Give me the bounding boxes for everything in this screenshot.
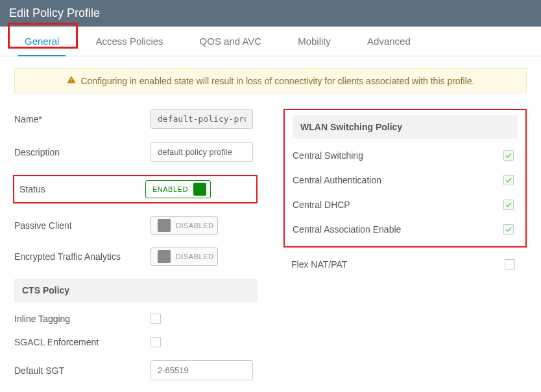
- central-switching-label: Central Switching: [293, 150, 363, 161]
- name-label: Name*: [14, 114, 150, 124]
- tab-bar: General Access Policies QOS and AVC Mobi…: [0, 27, 541, 56]
- tab-qos-avc[interactable]: QOS and AVC: [182, 27, 280, 56]
- tab-advanced[interactable]: Advanced: [349, 27, 429, 56]
- eta-label: Encrypted Traffic Analytics: [14, 251, 150, 262]
- central-assoc-label: Central Association Enable: [293, 224, 401, 235]
- status-toggle[interactable]: ENABLED: [145, 180, 211, 198]
- warning-text: Configuring in enabled state will result…: [80, 76, 474, 86]
- central-auth-label: Central Authentication: [293, 175, 381, 185]
- tab-mobility[interactable]: Mobility: [280, 27, 349, 56]
- status-highlight-box: Status ENABLED: [13, 175, 258, 203]
- central-auth-checkbox[interactable]: [503, 175, 514, 185]
- dialog-title: Edit Policy Profile: [9, 6, 100, 19]
- sgacl-checkbox[interactable]: [150, 337, 161, 347]
- toggle-knob-icon: [158, 250, 171, 263]
- row-default-sgt: Default SGT: [14, 360, 258, 380]
- description-input[interactable]: [150, 142, 253, 162]
- row-name: Name*: [14, 109, 258, 129]
- row-sgacl: SGACL Enforcement: [14, 337, 258, 347]
- toggle-knob-icon: [158, 219, 171, 232]
- flex-nat-checkbox[interactable]: [505, 259, 515, 270]
- toggle-knob-icon: [193, 183, 206, 196]
- passive-client-label: Passive Client: [14, 220, 150, 231]
- eta-toggle-text: DISABLED: [176, 253, 213, 260]
- cts-policy-header: CTS Policy: [14, 279, 258, 302]
- passive-client-toggle-text: DISABLED: [176, 222, 213, 229]
- central-dhcp-label: Central DHCP: [293, 200, 350, 210]
- right-column: WLAN Switching Policy Central Switching …: [283, 109, 527, 392]
- default-sgt-input[interactable]: [150, 360, 253, 380]
- check-icon: [505, 176, 512, 184]
- central-assoc-checkbox[interactable]: [503, 224, 514, 235]
- sgacl-label: SGACL Enforcement: [14, 337, 150, 347]
- left-column: Name* Description Status ENABLED Passive…: [14, 109, 258, 392]
- central-dhcp-checkbox[interactable]: [503, 200, 514, 210]
- warning-banner: Configuring in enabled state will result…: [14, 68, 527, 93]
- inline-tagging-checkbox[interactable]: [150, 314, 161, 324]
- default-sgt-label: Default SGT: [14, 365, 150, 376]
- check-icon: [505, 225, 512, 233]
- central-switching-checkbox[interactable]: [503, 150, 514, 161]
- status-toggle-text: ENABLED: [152, 185, 188, 193]
- check-icon: [505, 201, 512, 209]
- tab-general[interactable]: General: [6, 27, 77, 56]
- warning-icon: [67, 75, 76, 86]
- row-central-assoc: Central Association Enable: [293, 224, 518, 235]
- dialog-header: Edit Policy Profile: [0, 0, 541, 27]
- flex-nat-label: Flex NAT/PAT: [291, 259, 347, 270]
- row-passive-client: Passive Client DISABLED: [14, 216, 258, 235]
- inline-tagging-label: Inline Tagging: [14, 314, 150, 324]
- row-inline-tagging: Inline Tagging: [14, 314, 258, 324]
- status-label: Status: [14, 184, 145, 194]
- content: Configuring in enabled state will result…: [0, 56, 541, 392]
- passive-client-toggle[interactable]: DISABLED: [150, 216, 218, 235]
- tab-access-policies[interactable]: Access Policies: [77, 27, 181, 56]
- name-input[interactable]: [150, 109, 253, 129]
- row-central-dhcp: Central DHCP: [293, 200, 518, 210]
- row-eta: Encrypted Traffic Analytics DISABLED: [14, 248, 258, 266]
- description-label: Description: [14, 147, 150, 157]
- eta-toggle[interactable]: DISABLED: [150, 248, 218, 266]
- wlan-switching-header: WLAN Switching Policy: [293, 115, 518, 139]
- row-central-switching: Central Switching: [293, 150, 518, 161]
- wlan-switching-highlight-box: WLAN Switching Policy Central Switching …: [283, 109, 527, 248]
- row-central-auth: Central Authentication: [293, 175, 518, 185]
- row-description: Description: [14, 142, 258, 162]
- check-icon: [505, 152, 512, 159]
- row-flex-nat: Flex NAT/PAT: [283, 254, 527, 270]
